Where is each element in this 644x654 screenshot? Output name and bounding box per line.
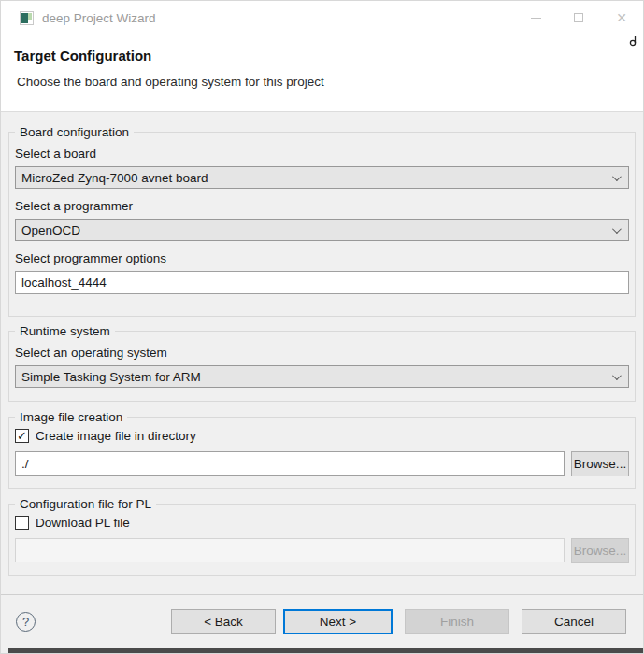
runtime-system-group: Runtime system Select an operating syste… — [8, 331, 636, 402]
page-subtitle: Choose the board and operating system fo… — [17, 75, 643, 89]
minimize-icon — [531, 18, 541, 19]
image-directory-input[interactable] — [15, 451, 565, 476]
back-button[interactable]: < Back — [171, 609, 276, 634]
help-icon[interactable]: ? — [16, 612, 36, 632]
chevron-down-icon — [612, 371, 622, 380]
programmer-select[interactable]: OpenOCD — [15, 219, 629, 241]
download-pl-check-row: Download PL file — [15, 516, 629, 530]
minimize-button[interactable] — [514, 1, 557, 35]
download-pl-label: Download PL file — [36, 516, 130, 530]
download-pl-checkbox[interactable] — [15, 516, 29, 530]
finish-button: Finish — [405, 609, 509, 634]
pl-file-row: Browse... — [15, 538, 629, 563]
programmer-options-label: Select programmer options — [15, 251, 629, 265]
operating-system-select[interactable]: Simple Tasking System for ARM — [15, 365, 629, 388]
create-image-label: Create image file in directory — [36, 429, 196, 443]
select-programmer-label: Select a programmer — [15, 199, 629, 213]
chevron-down-icon — [612, 224, 622, 234]
programmer-select-value: OpenOCD — [21, 223, 612, 237]
select-os-label: Select an operating system — [15, 346, 629, 360]
footer-buttons: < Back Next > Finish Cancel — [171, 609, 626, 634]
pl-file-input — [15, 538, 565, 562]
window-bottom-edge — [8, 648, 643, 653]
group-legend: Runtime system — [15, 323, 115, 339]
button-bar: ? < Back Next > Finish Cancel — [1, 594, 643, 648]
window-controls: ✕ — [514, 1, 643, 35]
operating-system-select-value: Simple Tasking System for ARM — [21, 370, 612, 384]
close-icon: ✕ — [616, 11, 627, 24]
group-legend: Image file creation — [15, 409, 127, 425]
maximize-button[interactable] — [557, 1, 600, 35]
pl-configuration-group: Configuration file for PL Download PL fi… — [8, 504, 636, 576]
group-legend: Configuration file for PL — [15, 496, 156, 512]
board-configuration-group: Board configuration Select a board Micro… — [8, 132, 636, 317]
board-select-value: MicroZed Zynq-7000 avnet board — [21, 171, 612, 185]
chevron-down-icon — [612, 172, 622, 181]
create-image-check-row: ✓ Create image file in directory — [15, 429, 629, 443]
cancel-button[interactable]: Cancel — [522, 609, 626, 634]
app-icon — [20, 11, 34, 25]
create-image-checkbox[interactable]: ✓ — [15, 429, 29, 443]
group-legend: Board configuration — [15, 124, 134, 140]
close-button[interactable]: ✕ — [600, 1, 643, 35]
wizard-content: Board configuration Select a board Micro… — [1, 112, 643, 594]
stylus-cursor-artifact — [629, 35, 638, 48]
select-board-label: Select a board — [15, 147, 629, 161]
pl-browse-button: Browse... — [571, 538, 629, 563]
board-select[interactable]: MicroZed Zynq-7000 avnet board — [15, 166, 629, 189]
window-title: deep Project Wizard — [42, 11, 156, 25]
programmer-options-input[interactable] — [15, 271, 629, 294]
image-file-creation-group: Image file creation ✓ Create image file … — [8, 417, 636, 489]
next-button[interactable]: Next > — [283, 609, 393, 634]
page-title: Target Configuration — [14, 48, 643, 64]
maximize-icon — [574, 13, 583, 22]
wizard-dialog: deep Project Wizard ✕ Target Configurati… — [0, 0, 644, 654]
image-browse-button[interactable]: Browse... — [571, 451, 629, 476]
image-directory-row: Browse... — [15, 451, 629, 476]
titlebar: deep Project Wizard ✕ — [1, 1, 643, 35]
wizard-header: Target Configuration Choose the board an… — [1, 35, 643, 112]
